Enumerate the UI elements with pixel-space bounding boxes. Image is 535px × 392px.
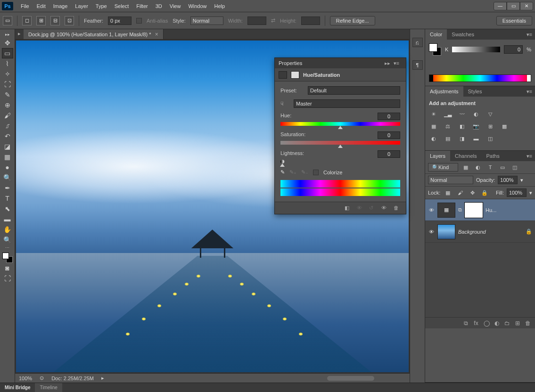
adjustment-layer-icon[interactable]: ◐ bbox=[494, 320, 500, 327]
link-layers-icon[interactable]: ⧉ bbox=[462, 320, 469, 327]
expand-icon[interactable]: ▸ bbox=[15, 29, 24, 39]
hue-saturation-icon[interactable]: ▦ bbox=[429, 122, 438, 131]
lock-transparent-icon[interactable]: ▦ bbox=[443, 188, 453, 197]
adjustment-icon[interactable] bbox=[279, 71, 287, 79]
maximize-button[interactable]: ▭ bbox=[507, 2, 520, 10]
zoom-level[interactable]: 100% bbox=[19, 376, 32, 381]
workspace-switcher[interactable]: Essentials bbox=[496, 16, 532, 25]
new-layer-icon[interactable]: ⊞ bbox=[514, 320, 521, 327]
fill-dropdown-icon[interactable]: ▾ bbox=[529, 190, 532, 196]
subtract-selection-icon[interactable]: ⊟ bbox=[50, 16, 60, 25]
visibility-toggle-icon[interactable]: 👁 bbox=[428, 207, 435, 213]
eyedropper-add-icon[interactable]: ✎₊ bbox=[289, 169, 296, 175]
new-selection-icon[interactable]: ◻ bbox=[22, 16, 32, 25]
eyedropper-subtract-icon[interactable]: ✎₋ bbox=[301, 169, 308, 175]
tab-swatches[interactable]: Swatches bbox=[447, 29, 479, 40]
colorize-checkbox[interactable] bbox=[313, 170, 319, 175]
threshold-icon[interactable]: ◨ bbox=[457, 134, 467, 143]
black-white-icon[interactable]: ◧ bbox=[457, 122, 467, 131]
move-tool[interactable]: ✥ bbox=[2, 38, 13, 48]
feather-input[interactable] bbox=[108, 16, 132, 25]
brightness-contrast-icon[interactable]: ☀ bbox=[429, 110, 438, 118]
opacity-input[interactable] bbox=[498, 176, 518, 184]
selective-color-icon[interactable]: ◫ bbox=[486, 134, 495, 143]
history-panel-icon[interactable]: ⎌ bbox=[412, 38, 423, 47]
properties-header[interactable]: Properties ▸▸ ▾≡ bbox=[275, 58, 406, 68]
status-icon[interactable]: ⊙ bbox=[40, 375, 44, 381]
link-icon[interactable]: ⧉ bbox=[458, 207, 462, 213]
gradient-map-icon[interactable]: ▬ bbox=[471, 134, 481, 143]
screen-mode-tool[interactable]: ⛶ bbox=[2, 273, 13, 284]
menu-help[interactable]: Help bbox=[211, 1, 229, 11]
group-icon[interactable]: 🗀 bbox=[504, 320, 510, 327]
brush-tool[interactable]: 🖌 bbox=[2, 110, 13, 121]
filter-image-icon[interactable]: ▦ bbox=[461, 163, 470, 172]
visibility-toggle-icon[interactable]: 👁 bbox=[428, 229, 435, 235]
color-spectrum[interactable] bbox=[429, 74, 531, 82]
color-range-bar-bottom[interactable] bbox=[280, 188, 400, 196]
color-swatch[interactable] bbox=[2, 253, 13, 263]
k-slider[interactable] bbox=[452, 47, 500, 52]
tab-mini-bridge[interactable]: Mini Bridge bbox=[0, 383, 35, 392]
menu-image[interactable]: Image bbox=[49, 1, 72, 11]
delete-adjustment-icon[interactable]: 🗑 bbox=[394, 205, 401, 212]
intersect-selection-icon[interactable]: ⊡ bbox=[65, 16, 74, 25]
clone-stamp-tool[interactable]: ⎎ bbox=[2, 121, 13, 131]
exposure-icon[interactable]: ◐ bbox=[471, 110, 481, 118]
filter-adjustment-icon[interactable]: ◐ bbox=[473, 163, 483, 172]
toggle-visibility-icon[interactable]: 👁 bbox=[381, 205, 389, 212]
zoom-tool[interactable]: 🔍 bbox=[2, 235, 13, 245]
height-input[interactable] bbox=[301, 16, 320, 25]
blend-mode-select[interactable]: Normal bbox=[428, 176, 473, 184]
layer-style-icon[interactable]: fx bbox=[473, 320, 479, 327]
lock-image-icon[interactable]: 🖌 bbox=[455, 188, 465, 197]
filter-smart-icon[interactable]: ◫ bbox=[510, 163, 519, 172]
quick-mask-tool[interactable]: ◙ bbox=[2, 263, 13, 273]
fill-input[interactable] bbox=[507, 188, 527, 197]
color-range-bar-top[interactable] bbox=[280, 180, 400, 188]
levels-icon[interactable]: ▁▃ bbox=[443, 110, 453, 118]
invert-icon[interactable]: ◐ bbox=[429, 134, 438, 143]
menu-select[interactable]: Select bbox=[111, 1, 133, 11]
tab-timeline[interactable]: Timeline bbox=[35, 383, 62, 392]
hue-value[interactable] bbox=[378, 113, 400, 120]
pen-tool[interactable]: ✒ bbox=[2, 183, 13, 193]
adjustment-thumb[interactable]: ▦ bbox=[437, 203, 455, 218]
marquee-tool[interactable]: ▭ bbox=[2, 48, 13, 58]
character-panel-icon[interactable]: ¶ bbox=[412, 60, 423, 70]
blur-tool[interactable]: ● bbox=[2, 162, 13, 172]
layer-row[interactable]: 👁 ▦ ⧉ Hu... bbox=[425, 199, 535, 221]
status-menu-icon[interactable]: ▸ bbox=[101, 375, 104, 381]
opacity-dropdown-icon[interactable]: ▾ bbox=[520, 177, 523, 183]
color-balance-icon[interactable]: ⚖ bbox=[443, 122, 453, 131]
menu-layer[interactable]: Layer bbox=[71, 1, 92, 11]
eraser-tool[interactable]: ◪ bbox=[2, 141, 13, 152]
menu-3d[interactable]: 3D bbox=[152, 1, 166, 11]
lock-all-icon[interactable]: 🔒 bbox=[480, 188, 489, 197]
path-selection-tool[interactable]: ⬉ bbox=[2, 204, 13, 214]
tab-adjustments[interactable]: Adjustments bbox=[425, 86, 463, 97]
clip-to-layer-icon[interactable]: ◧ bbox=[345, 205, 352, 212]
tab-close-icon[interactable]: × bbox=[155, 31, 158, 38]
panel-menu-icon[interactable]: ▾≡ bbox=[524, 151, 535, 161]
channel-select[interactable]: Master bbox=[294, 99, 400, 108]
vibrance-icon[interactable]: ▽ bbox=[486, 110, 495, 118]
k-value-input[interactable] bbox=[504, 45, 523, 54]
hue-slider[interactable] bbox=[280, 122, 400, 126]
doc-info[interactable]: Doc: 2.25M/2.25M bbox=[51, 376, 94, 381]
tool-preset-icon[interactable]: ▭ bbox=[3, 16, 12, 25]
collapse-icon[interactable]: ▸▸ ▾≡ bbox=[382, 60, 402, 66]
layer-row[interactable]: 👁 Background 🔒 bbox=[425, 221, 535, 243]
curves-icon[interactable]: 〰 bbox=[457, 110, 467, 118]
lightness-slider[interactable] bbox=[280, 160, 284, 163]
shape-tool[interactable]: ▬ bbox=[2, 214, 13, 224]
menu-filter[interactable]: Filter bbox=[132, 1, 151, 11]
channel-mixer-icon[interactable]: ⊞ bbox=[486, 122, 495, 131]
gradient-tool[interactable]: ▦ bbox=[2, 152, 13, 162]
horizontal-scrollbar[interactable] bbox=[327, 376, 374, 381]
menu-view[interactable]: View bbox=[166, 1, 185, 11]
close-button[interactable]: ✕ bbox=[520, 2, 533, 10]
saturation-slider[interactable] bbox=[280, 141, 400, 145]
style-select[interactable]: Normal bbox=[190, 16, 223, 25]
width-input[interactable] bbox=[247, 16, 266, 25]
